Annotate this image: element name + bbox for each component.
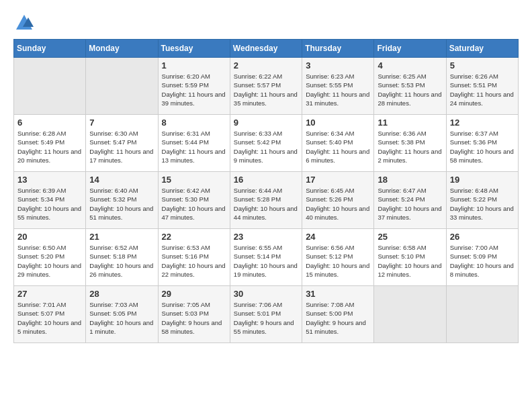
calendar-cell: 8Sunrise: 6:31 AM Sunset: 5:44 PM Daylig…: [158, 115, 230, 172]
day-info: Sunrise: 7:03 AM Sunset: 5:05 PM Dayligh…: [89, 300, 154, 336]
day-number: 21: [89, 232, 154, 242]
day-info: Sunrise: 6:25 AM Sunset: 5:53 PM Dayligh…: [378, 72, 442, 107]
day-info: Sunrise: 6:50 AM Sunset: 5:20 PM Dayligh…: [17, 243, 82, 279]
calendar-cell: [374, 286, 446, 343]
day-number: 17: [306, 175, 370, 185]
day-info: Sunrise: 7:08 AM Sunset: 5:00 PM Dayligh…: [306, 300, 370, 336]
calendar-cell: [86, 58, 158, 115]
calendar-cell: 6Sunrise: 6:28 AM Sunset: 5:49 PM Daylig…: [14, 115, 86, 172]
weekday-header-thursday: Thursday: [302, 40, 374, 58]
calendar-cell: 28Sunrise: 7:03 AM Sunset: 5:05 PM Dayli…: [86, 286, 158, 343]
day-number: 9: [234, 118, 298, 128]
day-number: 19: [450, 175, 515, 185]
day-info: Sunrise: 7:06 AM Sunset: 5:01 PM Dayligh…: [234, 300, 298, 336]
calendar-cell: 20Sunrise: 6:50 AM Sunset: 5:20 PM Dayli…: [14, 229, 86, 286]
day-info: Sunrise: 6:58 AM Sunset: 5:10 PM Dayligh…: [378, 243, 442, 279]
day-number: 31: [306, 289, 370, 299]
day-info: Sunrise: 6:26 AM Sunset: 5:51 PM Dayligh…: [450, 72, 515, 107]
day-number: 7: [89, 118, 154, 128]
day-number: 15: [162, 175, 226, 185]
calendar-cell: 16Sunrise: 6:44 AM Sunset: 5:28 PM Dayli…: [230, 172, 302, 229]
calendar-cell: 12Sunrise: 6:37 AM Sunset: 5:36 PM Dayli…: [446, 115, 518, 172]
weekday-header-sunday: Sunday: [14, 40, 86, 58]
day-info: Sunrise: 6:42 AM Sunset: 5:30 PM Dayligh…: [162, 186, 226, 222]
day-number: 4: [378, 60, 442, 71]
calendar-cell: 24Sunrise: 6:56 AM Sunset: 5:12 PM Dayli…: [302, 229, 374, 286]
day-info: Sunrise: 7:01 AM Sunset: 5:07 PM Dayligh…: [17, 300, 82, 336]
calendar-cell: 3Sunrise: 6:23 AM Sunset: 5:55 PM Daylig…: [302, 58, 374, 115]
calendar-cell: [14, 58, 86, 115]
day-info: Sunrise: 6:44 AM Sunset: 5:28 PM Dayligh…: [234, 186, 298, 222]
day-info: Sunrise: 6:40 AM Sunset: 5:32 PM Dayligh…: [89, 186, 154, 222]
calendar-cell: 14Sunrise: 6:40 AM Sunset: 5:32 PM Dayli…: [86, 172, 158, 229]
calendar-cell: 11Sunrise: 6:36 AM Sunset: 5:38 PM Dayli…: [374, 115, 446, 172]
day-info: Sunrise: 6:31 AM Sunset: 5:44 PM Dayligh…: [162, 129, 226, 165]
weekday-header-wednesday: Wednesday: [230, 40, 302, 58]
day-number: 3: [306, 60, 370, 71]
day-number: 8: [162, 118, 226, 128]
day-number: 12: [450, 118, 515, 128]
calendar-cell: 13Sunrise: 6:39 AM Sunset: 5:34 PM Dayli…: [14, 172, 86, 229]
day-number: 13: [17, 175, 82, 185]
weekday-header-monday: Monday: [86, 40, 158, 58]
day-info: Sunrise: 6:33 AM Sunset: 5:42 PM Dayligh…: [234, 129, 298, 165]
calendar-cell: 9Sunrise: 6:33 AM Sunset: 5:42 PM Daylig…: [230, 115, 302, 172]
calendar-cell: [446, 286, 518, 343]
day-number: 16: [234, 175, 298, 185]
calendar-cell: 27Sunrise: 7:01 AM Sunset: 5:07 PM Dayli…: [14, 286, 86, 343]
calendar-cell: 4Sunrise: 6:25 AM Sunset: 5:53 PM Daylig…: [374, 58, 446, 115]
day-info: Sunrise: 6:20 AM Sunset: 5:59 PM Dayligh…: [162, 72, 226, 107]
calendar-cell: 22Sunrise: 6:53 AM Sunset: 5:16 PM Dayli…: [158, 229, 230, 286]
logo-icon: [15, 13, 34, 32]
calendar-cell: 29Sunrise: 7:05 AM Sunset: 5:03 PM Dayli…: [158, 286, 230, 343]
weekday-header-saturday: Saturday: [446, 40, 518, 58]
weekday-header-friday: Friday: [374, 40, 446, 58]
day-number: 29: [162, 289, 226, 299]
day-number: 20: [17, 232, 82, 242]
calendar-cell: 21Sunrise: 6:52 AM Sunset: 5:18 PM Dayli…: [86, 229, 158, 286]
day-info: Sunrise: 6:53 AM Sunset: 5:16 PM Dayligh…: [162, 243, 226, 279]
calendar-cell: 15Sunrise: 6:42 AM Sunset: 5:30 PM Dayli…: [158, 172, 230, 229]
calendar-cell: 2Sunrise: 6:22 AM Sunset: 5:57 PM Daylig…: [230, 58, 302, 115]
day-number: 6: [17, 118, 82, 128]
day-info: Sunrise: 6:34 AM Sunset: 5:40 PM Dayligh…: [306, 129, 370, 165]
day-number: 18: [378, 175, 442, 185]
day-info: Sunrise: 6:30 AM Sunset: 5:47 PM Dayligh…: [89, 129, 154, 165]
day-info: Sunrise: 6:45 AM Sunset: 5:26 PM Dayligh…: [306, 186, 370, 222]
calendar-cell: 1Sunrise: 6:20 AM Sunset: 5:59 PM Daylig…: [158, 58, 230, 115]
calendar-cell: 30Sunrise: 7:06 AM Sunset: 5:01 PM Dayli…: [230, 286, 302, 343]
day-number: 23: [234, 232, 298, 242]
calendar-cell: 7Sunrise: 6:30 AM Sunset: 5:47 PM Daylig…: [86, 115, 158, 172]
day-number: 2: [234, 60, 298, 71]
calendar-cell: 17Sunrise: 6:45 AM Sunset: 5:26 PM Dayli…: [302, 172, 374, 229]
day-info: Sunrise: 6:23 AM Sunset: 5:55 PM Dayligh…: [306, 72, 370, 107]
day-info: Sunrise: 6:52 AM Sunset: 5:18 PM Dayligh…: [89, 243, 154, 279]
calendar-cell: 10Sunrise: 6:34 AM Sunset: 5:40 PM Dayli…: [302, 115, 374, 172]
day-info: Sunrise: 7:00 AM Sunset: 5:09 PM Dayligh…: [450, 243, 515, 279]
day-info: Sunrise: 6:28 AM Sunset: 5:49 PM Dayligh…: [17, 129, 82, 165]
day-number: 22: [162, 232, 226, 242]
page-header: [13, 13, 519, 32]
calendar-cell: 23Sunrise: 6:55 AM Sunset: 5:14 PM Dayli…: [230, 229, 302, 286]
day-number: 1: [162, 60, 226, 71]
day-number: 14: [89, 175, 154, 185]
calendar-cell: 26Sunrise: 7:00 AM Sunset: 5:09 PM Dayli…: [446, 229, 518, 286]
day-info: Sunrise: 7:05 AM Sunset: 5:03 PM Dayligh…: [162, 300, 226, 336]
day-number: 11: [378, 118, 442, 128]
day-number: 28: [89, 289, 154, 299]
day-number: 26: [450, 232, 515, 242]
day-number: 30: [234, 289, 298, 299]
day-number: 10: [306, 118, 370, 128]
day-number: 27: [17, 289, 82, 299]
day-info: Sunrise: 6:47 AM Sunset: 5:24 PM Dayligh…: [378, 186, 442, 222]
weekday-header-tuesday: Tuesday: [158, 40, 230, 58]
day-info: Sunrise: 6:37 AM Sunset: 5:36 PM Dayligh…: [450, 129, 515, 165]
day-number: 5: [450, 60, 515, 71]
calendar-table: SundayMondayTuesdayWednesdayThursdayFrid…: [13, 39, 519, 343]
calendar-cell: 18Sunrise: 6:47 AM Sunset: 5:24 PM Dayli…: [374, 172, 446, 229]
calendar-cell: 31Sunrise: 7:08 AM Sunset: 5:00 PM Dayli…: [302, 286, 374, 343]
day-info: Sunrise: 6:48 AM Sunset: 5:22 PM Dayligh…: [450, 186, 515, 222]
day-info: Sunrise: 6:39 AM Sunset: 5:34 PM Dayligh…: [17, 186, 82, 222]
day-info: Sunrise: 6:55 AM Sunset: 5:14 PM Dayligh…: [234, 243, 298, 279]
calendar-cell: 5Sunrise: 6:26 AM Sunset: 5:51 PM Daylig…: [446, 58, 518, 115]
